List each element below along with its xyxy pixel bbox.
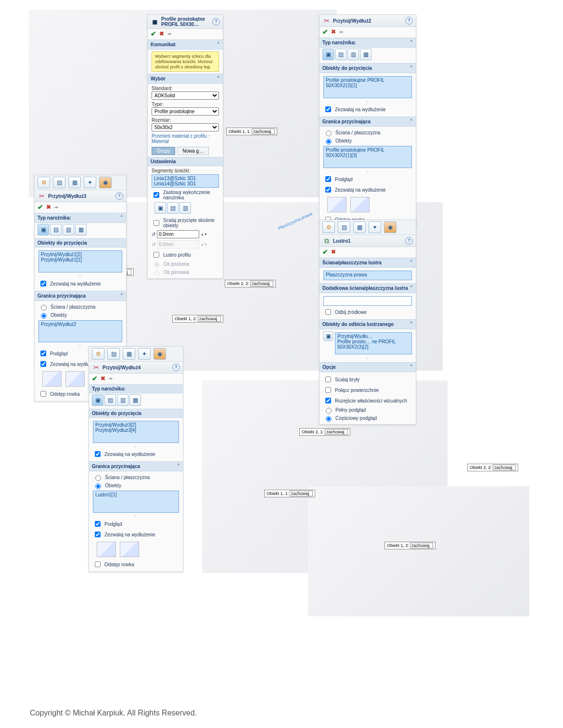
section-komunikat[interactable]: Komunikat˄ [148,39,223,50]
allow-extend2-checkbox[interactable] [325,187,331,193]
toolbar-icon-4[interactable]: ✦ [138,348,151,360]
callout-10[interactable]: Obiekt 1, 2: [384,542,435,549]
boundary-list[interactable]: Lustro1[1] [93,491,179,513]
resizer[interactable]: ○ [323,99,412,104]
corner-type-1[interactable]: ▣ [38,224,49,235]
merge-solids-checkbox[interactable] [325,377,331,382]
section-mirror-objects[interactable]: Obiekty do odbicia lustrzanego˄ [320,319,416,329]
list-item[interactable]: Profile prostokątne PROFIL 50X30X2(3)[1] [326,78,409,88]
obj-radio[interactable] [326,139,332,144]
list-item[interactable]: Przytnij/Wydłuż3[2] [95,422,177,428]
section-options[interactable]: Opcje˄ [320,362,416,372]
section-cornertype[interactable]: Typ narożnika:˄ [35,213,126,223]
resizer[interactable]: ○ [38,273,122,278]
toolbar-icon-5[interactable]: ◉ [384,221,397,233]
section-sec-plane[interactable]: Dodatkowa ściana/płaszczyzna lustra˄ [320,283,416,293]
toolbar-icon-3[interactable]: ▦ [68,177,81,188]
callout-8[interactable]: Obiekt 1, 1: [264,490,315,497]
toolbar-icon-3[interactable]: ▦ [353,221,366,233]
preview-thumb-2[interactable] [65,371,85,387]
help-icon[interactable]: ? [405,237,413,245]
segments-list[interactable]: Linia13@Szkic 3D1 Linia14@Szkic 3D1 [152,174,219,188]
toolbar-icon-3[interactable]: ▦ [123,348,135,360]
allow-extend2-checkbox[interactable] [95,532,101,537]
type-select[interactable]: Profile prostokątne [152,107,219,116]
ok-button[interactable]: ✔ [38,203,43,211]
cancel-button[interactable]: ✖ [46,204,51,210]
face-radio[interactable] [326,130,332,136]
objects-list[interactable]: Profile prostokątne PROFIL 50X30X2(3)[1] [323,76,412,98]
list-item[interactable]: Przytnij/Wydłuż1[2] [41,252,120,257]
gap-checkbox[interactable] [40,391,46,397]
section-ustawienia[interactable]: Ustawienia [148,157,223,166]
pin-icon[interactable]: ↠ [54,204,58,210]
partial-preview-radio[interactable] [326,416,332,422]
callout-4[interactable]: Obiekt 1, 2: [172,315,223,323]
section-mirror-plane[interactable]: Ściana/płaszczyzna lustra˄ [320,258,416,268]
cancel-button[interactable]: ✖ [101,375,105,382]
callout-input[interactable] [493,465,516,470]
full-preview-radio[interactable] [326,408,332,414]
obj-radio[interactable] [95,483,101,489]
section-objects[interactable]: Obiekty do przycięcia [89,409,183,418]
toolbar-icon-5[interactable]: ◉ [154,348,166,360]
preview-thumb-1[interactable] [327,197,346,212]
help-icon[interactable]: ? [405,17,413,25]
mirror-objects-list[interactable]: Przytnij/Wydłu… Profile prosto… ne PROFI… [335,332,412,354]
list-item[interactable]: Lustro1[1] [95,492,177,497]
corner-checkbox[interactable] [154,192,159,198]
callout-input[interactable] [252,129,275,134]
gap-checkbox[interactable] [95,561,101,567]
ok-button[interactable]: ✔ [322,248,328,256]
allow-extend-checkbox[interactable] [40,281,46,286]
toolbar-icon-2[interactable]: ▤ [338,221,350,233]
preview-checkbox[interactable] [325,176,331,182]
allow-extend2-checkbox[interactable] [40,361,46,367]
allow-extend-checkbox[interactable] [325,106,331,112]
section-boundary[interactable]: Granica przycinająca˄ [35,291,126,301]
corner-type-4[interactable]: ▦ [129,394,141,406]
preview-thumb-1[interactable] [42,371,62,387]
resizer[interactable]: ○ [93,444,179,449]
corner-icon-3[interactable]: ▥ [179,202,191,214]
section-wybor[interactable]: Wybór˄ [148,74,223,84]
corner-type-2[interactable]: ▤ [104,394,116,406]
section-objects[interactable]: Obiekty do przycięcia [35,238,126,247]
callout-5[interactable]: Obiekt 2, 2: [225,280,276,287]
preview-thumb-1[interactable] [97,542,116,557]
angle1-input[interactable] [157,230,199,238]
toolbar-icon-2[interactable]: ▤ [107,348,120,360]
help-icon[interactable]: ? [115,192,123,200]
callout-input[interactable] [250,281,273,286]
corner-type-3[interactable]: ▥ [117,394,128,406]
mirror-profile-checkbox[interactable] [154,252,159,258]
face-radio[interactable] [95,475,101,481]
list-item[interactable]: Przytnij/Wydłuż3[4] [95,428,177,433]
corner-icon-2[interactable]: ▤ [167,202,179,214]
toolbar-icon-1[interactable]: ⚙ [38,177,50,188]
callout-7[interactable]: Obiekt 2, 1: [299,428,350,436]
preview-checkbox[interactable] [40,351,46,356]
toolbar-icon-2[interactable]: ▤ [53,177,65,188]
objects-list[interactable]: Przytnij/Wydłuż1[2] Przytnij/Wydłuż1[1] [38,250,122,273]
callout-input[interactable] [290,491,313,496]
corner-type-2[interactable]: ▤ [50,224,62,235]
cancel-button[interactable]: ✖ [331,28,336,35]
callout-1[interactable]: Obiekt 1, 1: [226,128,277,135]
preview-thumb-2[interactable] [350,197,370,212]
corner-type-1[interactable]: ▣ [322,49,334,60]
corner-icon-1[interactable]: ▣ [154,202,166,214]
merge-checkbox[interactable] [154,220,159,226]
groups-button[interactable]: Grupy [152,147,175,155]
toolbar-icon-4[interactable]: ✦ [84,177,96,188]
corner-type-1[interactable]: ▣ [92,394,103,406]
callout-9[interactable]: Obiekt 2, 2: [467,464,518,471]
boundary-list[interactable]: Profile prostokątne PROFIL 50X30X2(1)[3] [323,146,412,168]
allow-extend-checkbox[interactable] [95,451,101,457]
list-item[interactable]: Linia13@Szkic 3D1 [154,176,217,181]
pin-icon[interactable]: ↠ [167,31,171,37]
sec-plane-list[interactable] [323,296,412,306]
cancel-button[interactable]: ✖ [159,30,164,37]
resizer[interactable]: ○ [93,514,179,519]
list-item[interactable]: Przytnij/Wydłu… [337,334,409,339]
